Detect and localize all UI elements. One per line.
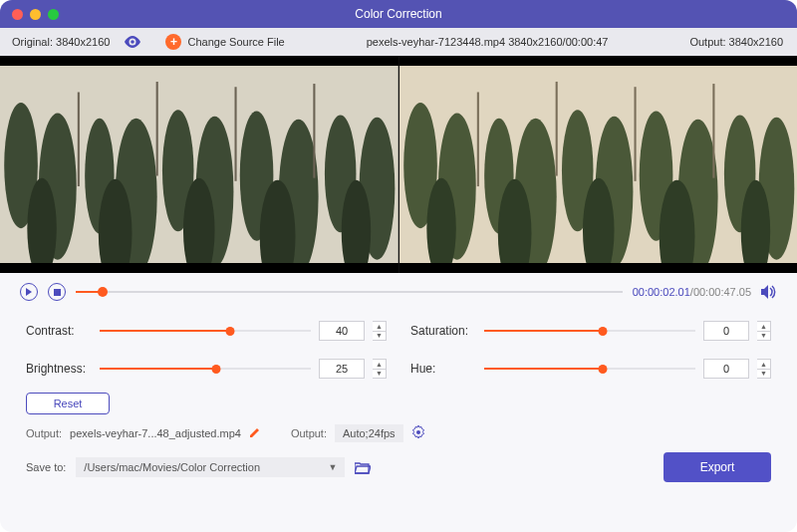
contrast-slider[interactable] [100,325,311,337]
plus-icon: + [165,34,181,50]
save-to-label: Save to: [26,461,66,473]
output-format-value[interactable]: Auto;24fps [335,424,403,442]
output-resolution: Output: 3840x2160 [689,36,797,48]
current-time: 00:00:02.01 [633,286,690,298]
reset-button[interactable]: Reset [26,393,110,414]
brightness-label: Brightness: [26,362,92,376]
saturation-label: Saturation: [410,324,476,338]
seek-slider[interactable] [76,285,623,299]
adjusted-preview [399,56,798,273]
color-correction-window: Color Correction Original: 3840x2160 + C… [0,0,797,532]
change-source-button[interactable]: + Change Source File [151,34,284,50]
window-title: Color Correction [0,7,797,21]
playback-controls: 00:00:02.01/00:00:47.05 Contrast: 40 ▲▼ … [0,273,797,414]
output-file-label: Output: [26,427,62,439]
output-filename: pexels-veyhar-7...48_adjusted.mp4 [70,427,241,439]
info-toolbar: Original: 3840x2160 + Change Source File… [0,28,797,56]
hue-row: Hue: 0 ▲▼ [410,359,771,379]
hue-label: Hue: [410,362,476,376]
saturation-stepper[interactable]: ▲▼ [757,321,771,341]
titlebar: Color Correction [0,0,797,28]
hue-value[interactable]: 0 [703,359,749,379]
format-settings-icon[interactable] [411,425,425,441]
contrast-value[interactable]: 40 [319,321,365,341]
edit-filename-icon[interactable] [249,426,261,440]
change-source-label: Change Source File [187,36,284,48]
output-settings: Output: pexels-veyhar-7...48_adjusted.mp… [0,424,797,482]
open-folder-icon[interactable] [355,461,371,474]
saturation-value[interactable]: 0 [703,321,749,341]
timecode: 00:00:02.01/00:00:47.05 [633,286,751,298]
save-path-dropdown[interactable]: /Users/mac/Movies/Color Correction ▼ [76,457,345,477]
svg-point-0 [132,40,135,44]
hue-slider[interactable] [484,363,695,375]
preview-area [0,56,797,273]
hue-stepper[interactable]: ▲▼ [757,359,771,379]
svg-rect-42 [54,289,61,296]
stop-button[interactable] [48,283,66,301]
preview-toggle-icon[interactable] [124,36,141,48]
total-time: /00:00:47.05 [690,286,751,298]
original-resolution: Original: 3840x2160 [0,36,110,48]
saturation-slider[interactable] [484,325,695,337]
save-path-value: /Users/mac/Movies/Color Correction [84,461,260,473]
saturation-row: Saturation: 0 ▲▼ [410,321,771,341]
volume-icon[interactable] [761,285,777,299]
contrast-stepper[interactable]: ▲▼ [373,321,387,341]
file-info: pexels-veyhar-7123448.mp4 3840x2160/00:0… [285,36,690,48]
brightness-row: Brightness: 25 ▲▼ [26,359,387,379]
brightness-stepper[interactable]: ▲▼ [373,359,387,379]
play-button[interactable] [20,283,38,301]
brightness-value[interactable]: 25 [319,359,365,379]
original-preview [0,56,398,273]
chevron-down-icon: ▼ [328,462,337,472]
contrast-label: Contrast: [26,324,92,338]
contrast-row: Contrast: 40 ▲▼ [26,321,387,341]
brightness-slider[interactable] [100,363,311,375]
output-format-label: Output: [291,427,327,439]
export-button[interactable]: Export [664,452,771,482]
